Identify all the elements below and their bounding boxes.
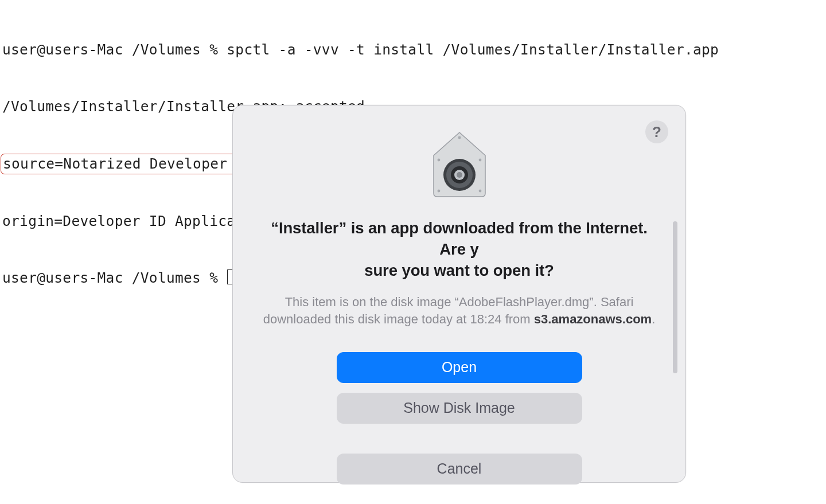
- gatekeeper-house-icon: [425, 129, 494, 199]
- svg-point-1: [478, 159, 481, 162]
- help-button[interactable]: ?: [645, 120, 668, 143]
- show-disk-image-button[interactable]: Show Disk Image: [337, 393, 582, 424]
- cancel-button[interactable]: Cancel: [337, 454, 582, 485]
- svg-point-9: [457, 172, 462, 178]
- dialog-title: “Installer” is an app downloaded from th…: [258, 217, 660, 281]
- svg-point-4: [458, 136, 461, 139]
- svg-point-3: [478, 190, 481, 193]
- help-icon: ?: [652, 123, 661, 141]
- dialog-subtitle: This item is on the disk image “AdobeFla…: [258, 294, 660, 327]
- gatekeeper-dialog: ?: [232, 105, 686, 483]
- dialog-scrollbar[interactable]: [673, 221, 677, 373]
- terminal-line-highlight-box: source=Notarized Developer ID: [1, 154, 256, 174]
- svg-point-2: [437, 190, 440, 193]
- open-button[interactable]: Open: [337, 352, 582, 383]
- svg-point-0: [437, 159, 440, 162]
- terminal-line: user@users-Mac /Volumes % spctl -a -vvv …: [2, 40, 824, 59]
